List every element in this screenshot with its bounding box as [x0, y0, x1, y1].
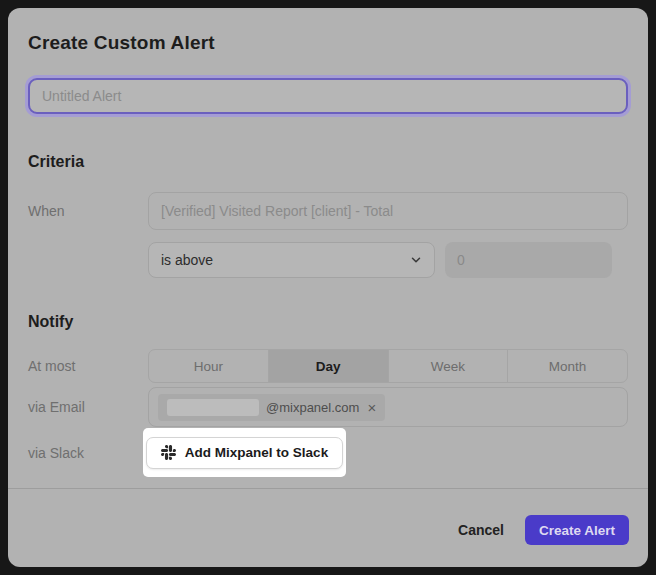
- via-slack-row: via Slack Add Mixpanel to Slack: [28, 428, 628, 477]
- threshold-value: 0: [457, 252, 465, 268]
- segment-hour[interactable]: Hour: [149, 350, 268, 382]
- via-email-label: via Email: [28, 399, 148, 415]
- segment-day[interactable]: Day: [268, 350, 388, 382]
- via-email-row: via Email @mixpanel.com ×: [28, 387, 628, 427]
- remove-email-icon[interactable]: ×: [367, 400, 376, 415]
- dialog-footer: Cancel Create Alert: [8, 488, 648, 567]
- backdrop: { "dialog": { "title": "Create Custom Al…: [0, 0, 656, 575]
- slack-button-label: Add Mixpanel to Slack: [185, 445, 328, 460]
- at-most-row: At most Hour Day Week Month: [28, 349, 628, 383]
- email-redacted-name: [167, 399, 259, 416]
- alert-name-input[interactable]: [28, 78, 628, 114]
- operator-select[interactable]: is above: [148, 242, 435, 278]
- slack-icon: [161, 445, 176, 460]
- create-alert-button[interactable]: Create Alert: [525, 515, 629, 545]
- email-recipients-field[interactable]: @mixpanel.com ×: [148, 387, 628, 427]
- operator-value: is above: [161, 252, 213, 268]
- section-heading-criteria: Criteria: [28, 152, 628, 172]
- event-field-value: [Verified] Visited Report [client] - Tot…: [161, 203, 393, 219]
- add-mixpanel-to-slack-button[interactable]: Add Mixpanel to Slack: [146, 437, 343, 469]
- slack-spotlight-highlight: Add Mixpanel to Slack: [143, 428, 346, 477]
- when-row: When [Verified] Visited Report [client] …: [28, 192, 628, 230]
- via-slack-label: via Slack: [28, 445, 148, 461]
- threshold-input[interactable]: 0: [445, 242, 612, 278]
- frequency-segmented-control: Hour Day Week Month: [148, 349, 628, 383]
- chevron-down-icon: [410, 254, 422, 266]
- create-custom-alert-dialog: Create Custom Alert Criteria When [Verif…: [8, 8, 648, 567]
- operator-row: is above 0: [28, 242, 628, 278]
- dialog-title: Create Custom Alert: [28, 30, 628, 56]
- segment-week[interactable]: Week: [388, 350, 508, 382]
- dialog-body: Create Custom Alert Criteria When [Verif…: [8, 8, 648, 488]
- email-chip: @mixpanel.com ×: [158, 394, 385, 421]
- section-heading-notify: Notify: [28, 312, 628, 332]
- segment-month[interactable]: Month: [507, 350, 627, 382]
- when-label: When: [28, 203, 148, 219]
- at-most-label: At most: [28, 358, 148, 374]
- cancel-button[interactable]: Cancel: [458, 522, 504, 538]
- email-chip-domain: @mixpanel.com: [266, 400, 359, 415]
- event-field[interactable]: [Verified] Visited Report [client] - Tot…: [148, 192, 628, 230]
